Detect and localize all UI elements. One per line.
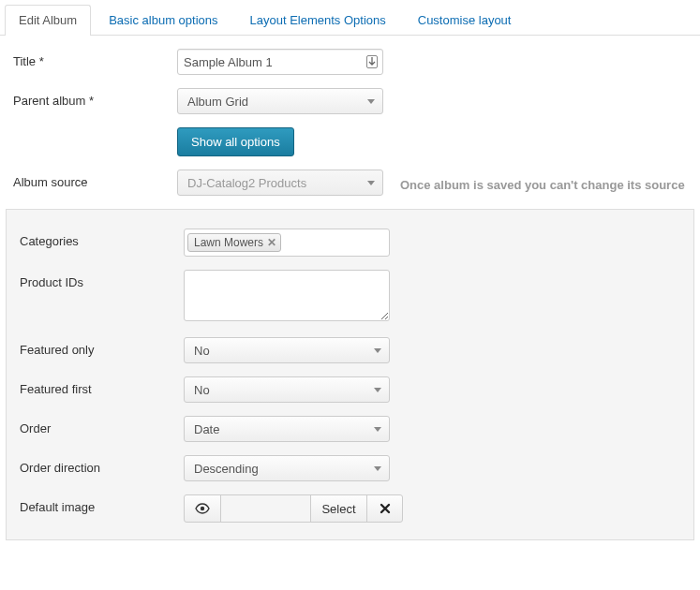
featured-only-value: No: [194, 344, 210, 358]
title-input[interactable]: [177, 49, 383, 75]
category-tag-label: Lawn Mowers: [194, 236, 263, 249]
select-image-button[interactable]: Select: [310, 495, 366, 522]
productids-label: Product IDs: [20, 270, 184, 289]
album-source-value: DJ-Catalog2 Products: [187, 176, 306, 190]
tab-layout-elements[interactable]: Layout Elements Options: [236, 5, 400, 35]
chevron-down-icon: [374, 466, 381, 471]
order-label: Order: [20, 416, 184, 435]
order-select[interactable]: Date: [184, 416, 390, 442]
categories-label: Categories: [20, 229, 184, 248]
album-source-select: DJ-Catalog2 Products: [177, 170, 383, 196]
chevron-down-icon: [367, 181, 375, 185]
featured-first-value: No: [194, 383, 210, 397]
title-label: Title *: [13, 49, 177, 68]
chevron-down-icon: [374, 348, 381, 353]
order-direction-label: Order direction: [20, 455, 184, 475]
parent-album-label: Parent album *: [13, 88, 177, 108]
remove-tag-icon[interactable]: ✕: [267, 236, 276, 249]
album-source-label: Album source: [13, 170, 177, 189]
chevron-down-icon: [374, 388, 381, 392]
eye-icon: [195, 503, 210, 514]
featured-only-select[interactable]: No: [184, 337, 390, 363]
chevron-down-icon: [367, 99, 375, 104]
parent-album-select[interactable]: Album Grid: [177, 88, 383, 114]
tab-customise-layout[interactable]: Customise layout: [404, 5, 526, 35]
category-tag: Lawn Mowers ✕: [187, 233, 281, 252]
featured-first-select[interactable]: No: [184, 376, 390, 403]
clear-image-button[interactable]: [366, 495, 402, 522]
preview-button[interactable]: [185, 495, 220, 522]
default-image-label: Default image: [20, 494, 184, 514]
album-source-hint: Once album is saved you can't change its…: [400, 173, 685, 192]
source-options-panel: Categories Lawn Mowers ✕ Product IDs Fea…: [6, 209, 694, 540]
show-all-options-button[interactable]: Show all options: [177, 127, 294, 156]
featured-first-label: Featured first: [20, 376, 184, 396]
order-value: Date: [194, 422, 219, 436]
tab-bar: Edit Album Basic album options Layout El…: [0, 0, 700, 36]
parent-album-value: Album Grid: [187, 95, 248, 109]
order-direction-value: Descending: [194, 462, 259, 476]
close-icon: [380, 503, 391, 514]
productids-input[interactable]: [184, 270, 390, 321]
form-main: Title * Parent album * Album Grid Show a…: [0, 36, 700, 209]
tab-basic-options[interactable]: Basic album options: [95, 5, 231, 35]
order-direction-select[interactable]: Descending: [184, 455, 390, 481]
chevron-down-icon: [374, 427, 381, 432]
default-image-path: [220, 495, 310, 522]
featured-only-label: Featured only: [20, 337, 184, 357]
default-image-group: Select: [184, 494, 403, 523]
svg-point-0: [201, 507, 204, 510]
categories-input[interactable]: Lawn Mowers ✕: [184, 229, 390, 257]
tab-edit-album[interactable]: Edit Album: [5, 5, 91, 36]
